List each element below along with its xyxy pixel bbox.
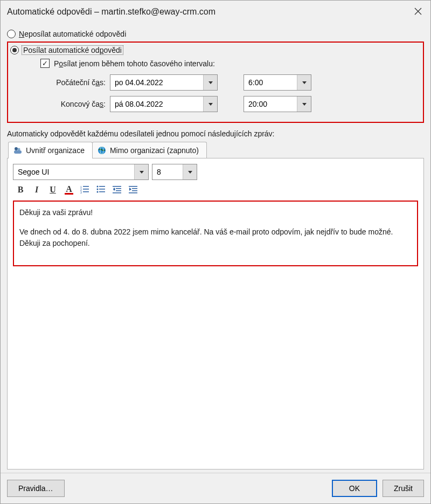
numbered-list-button[interactable]: 1 2 3 [80, 184, 91, 195]
font-size-input[interactable] [152, 164, 183, 179]
svg-rect-2 [14, 150, 22, 154]
svg-rect-12 [99, 186, 105, 187]
svg-rect-26 [132, 190, 137, 191]
font-color-icon: A [65, 185, 73, 195]
tab-strip: Uvnitř organizace Mimo organizaci (zapnu… [7, 141, 424, 158]
svg-rect-20 [116, 188, 121, 189]
close-icon [414, 6, 422, 18]
globe-icon [97, 146, 107, 155]
format-toolbar: B I U A 1 2 3 [15, 184, 418, 195]
start-time-combo[interactable] [244, 74, 311, 91]
dialog-content: Neposílat automatické odpovědi Posílat a… [1, 23, 430, 473]
chevron-down-icon [208, 103, 213, 106]
end-time-dropdown-button[interactable] [297, 96, 311, 112]
send-settings-highlight: Posílat automatické odpovědi ✓ Posílat j… [7, 42, 424, 123]
outdent-button[interactable] [112, 184, 123, 195]
svg-rect-14 [99, 189, 105, 190]
svg-rect-22 [113, 192, 121, 194]
svg-rect-10 [83, 191, 89, 192]
bold-button[interactable]: B [15, 184, 26, 195]
svg-rect-17 [113, 186, 121, 187]
svg-rect-23 [129, 186, 137, 187]
svg-rect-21 [116, 190, 121, 191]
radio-do-not-send[interactable]: Neposílat automatické odpovědi [7, 30, 424, 38]
editor-line: Děkuji za vaši zprávu! [19, 207, 412, 219]
cancel-button[interactable]: Zrušit [383, 480, 424, 497]
svg-point-15 [97, 191, 99, 193]
start-date-combo[interactable] [110, 74, 218, 91]
svg-text:3: 3 [80, 191, 82, 194]
radio-icon [10, 46, 19, 54]
start-date-dropdown-button[interactable] [203, 75, 217, 90]
chevron-down-icon [208, 81, 213, 84]
svg-rect-25 [132, 188, 137, 189]
chevron-down-icon [302, 103, 307, 106]
svg-point-13 [97, 189, 99, 190]
editor-line: Ve dnech od 4. do 8. dubna 2022 jsem mim… [19, 226, 412, 250]
editor-panel: B I U A 1 2 3 [7, 158, 424, 470]
ok-button[interactable]: OK [332, 480, 377, 497]
font-family-dropdown-button[interactable] [134, 164, 148, 179]
editor-blank-line [19, 219, 412, 226]
svg-point-1 [18, 148, 20, 151]
window-title: Automatické odpovědi – martin.stefko@ewa… [7, 7, 406, 17]
tab-outside-label: Mimo organizaci (zapnuto) [110, 146, 199, 155]
font-size-dropdown-button[interactable] [183, 164, 197, 179]
tab-inside-org[interactable]: Uvnitř organizace [8, 142, 93, 158]
end-date-dropdown-button[interactable] [203, 96, 217, 112]
svg-rect-27 [129, 192, 137, 194]
org-people-icon [13, 146, 23, 155]
svg-rect-16 [99, 191, 105, 192]
chevron-down-icon [302, 81, 307, 84]
start-row: Počáteční čas: [48, 74, 419, 91]
svg-rect-8 [83, 189, 89, 190]
time-range-checkbox-label: Posílat jenom během tohoto časového inte… [54, 59, 215, 68]
svg-rect-6 [83, 186, 89, 187]
radio-send[interactable]: Posílat automatické odpovědi [10, 46, 419, 54]
rules-button[interactable]: Pravidla… [7, 480, 65, 497]
end-time-combo[interactable] [244, 96, 311, 112]
start-time-dropdown-button[interactable] [297, 75, 311, 90]
instruction-text: Automaticky odpovědět každému odesílatel… [7, 129, 424, 138]
time-range-checkbox[interactable]: ✓ Posílat jenom během tohoto časového in… [40, 59, 419, 68]
end-date-input[interactable] [110, 96, 203, 112]
editor-spacer [13, 266, 418, 464]
start-date-input[interactable] [110, 75, 203, 90]
italic-button[interactable]: I [31, 184, 42, 195]
svg-marker-19 [113, 189, 115, 191]
svg-point-11 [97, 186, 99, 188]
chevron-down-icon [188, 171, 192, 174]
close-button[interactable] [406, 1, 430, 23]
tab-inside-label: Uvnitř organizace [26, 146, 85, 155]
end-label: Koncový čas: [48, 100, 110, 108]
tab-outside-org[interactable]: Mimo organizaci (zapnuto) [92, 142, 207, 158]
start-label: Počáteční čas: [48, 78, 110, 87]
chevron-down-icon [140, 171, 144, 174]
bullet-list-button[interactable] [96, 184, 107, 195]
dialog-button-bar: Pravidla… OK Zrušit [1, 473, 430, 503]
checkbox-icon: ✓ [40, 59, 50, 68]
start-time-input[interactable] [244, 75, 297, 90]
radio-do-not-send-label: Neposílat automatické odpovědi [19, 30, 126, 38]
title-bar: Automatické odpovědi – martin.stefko@ewa… [1, 1, 430, 23]
message-editor[interactable]: Děkuji za vaši zprávu! Ve dnech od 4. do… [13, 201, 418, 266]
underline-button[interactable]: U [47, 184, 58, 195]
end-time-input[interactable] [244, 96, 297, 112]
font-family-combo[interactable] [13, 164, 149, 180]
radio-icon [7, 30, 16, 38]
svg-marker-18 [113, 188, 115, 189]
font-row [13, 164, 418, 180]
dialog-window: Automatické odpovědi – martin.stefko@ewa… [0, 0, 431, 504]
font-color-button[interactable]: A [64, 184, 74, 195]
svg-marker-24 [129, 188, 131, 191]
font-size-combo[interactable] [152, 164, 197, 180]
radio-send-label: Posílat automatické odpovědi [22, 46, 123, 54]
font-family-input[interactable] [13, 164, 134, 179]
end-row: Koncový čas: [48, 96, 419, 112]
svg-point-0 [15, 147, 18, 150]
indent-button[interactable] [128, 184, 139, 195]
end-date-combo[interactable] [110, 96, 218, 112]
